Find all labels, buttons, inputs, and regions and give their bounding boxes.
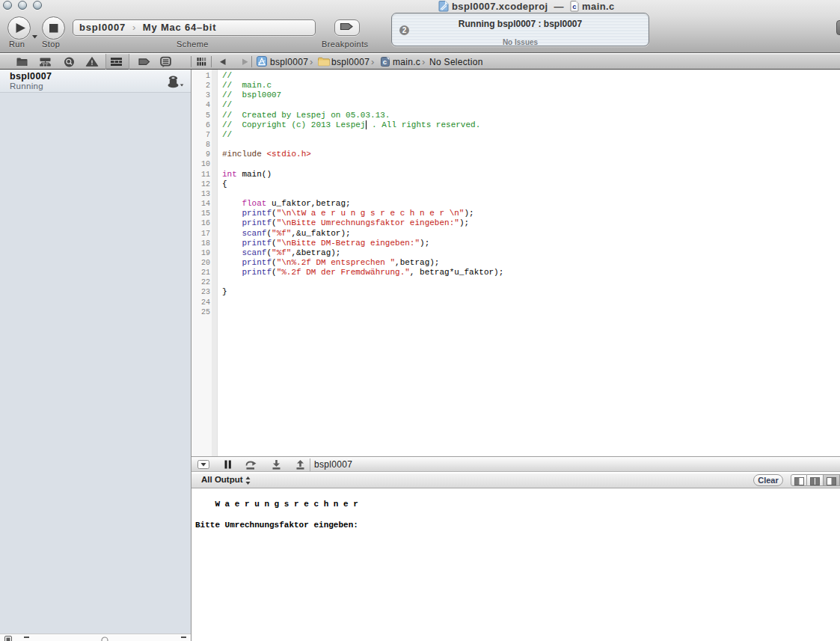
svg-text:c: c bbox=[572, 2, 577, 10]
svg-text:c: c bbox=[383, 58, 387, 66]
